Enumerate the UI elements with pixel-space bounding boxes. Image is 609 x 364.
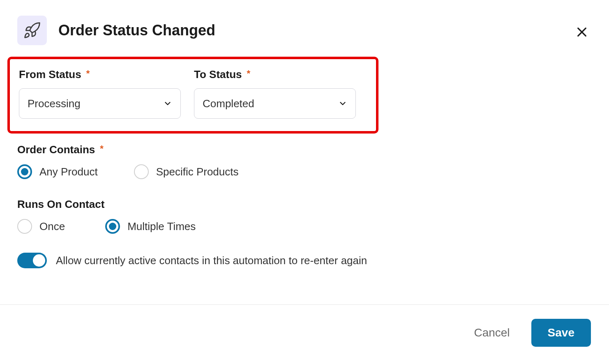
radio-specific-products-label: Specific Products <box>156 166 239 178</box>
status-highlight-box: From Status * Processing To Status * Com… <box>7 57 378 134</box>
order-contains-label-text: Order Contains <box>17 143 95 156</box>
close-icon <box>575 25 588 39</box>
required-indicator: * <box>86 68 90 79</box>
to-status-value: Completed <box>203 97 254 110</box>
runs-on-contact-label-text: Runs On Contact <box>17 198 104 211</box>
modal-footer: Cancel Save <box>0 304 609 364</box>
to-status-group: To Status * Completed <box>194 68 356 119</box>
radio-multiple-times[interactable]: Multiple Times <box>105 219 196 234</box>
modal-header: Order Status Changed <box>17 16 592 45</box>
runs-on-contact-section: Runs On Contact Once Multiple Times <box>17 198 592 234</box>
radio-specific-products[interactable]: Specific Products <box>134 164 239 179</box>
from-status-label-text: From Status <box>19 68 81 81</box>
radio-once[interactable]: Once <box>17 219 65 234</box>
cancel-button[interactable]: Cancel <box>474 326 510 339</box>
from-status-label: From Status * <box>19 68 181 81</box>
order-contains-radio-row: Any Product Specific Products <box>17 164 592 179</box>
radio-indicator <box>17 164 32 179</box>
radio-any-product-label: Any Product <box>39 166 98 178</box>
to-status-label: To Status * <box>194 68 356 81</box>
reenter-toggle-row: Allow currently active contacts in this … <box>17 253 592 268</box>
required-indicator: * <box>100 143 104 154</box>
runs-on-contact-radio-row: Once Multiple Times <box>17 219 592 234</box>
runs-on-contact-label: Runs On Contact <box>17 198 592 211</box>
reenter-toggle[interactable] <box>17 253 47 268</box>
save-button[interactable]: Save <box>531 319 591 347</box>
order-contains-label: Order Contains * <box>17 143 592 156</box>
radio-indicator <box>105 219 120 234</box>
from-status-value: Processing <box>28 97 81 110</box>
radio-indicator <box>134 164 149 179</box>
modal-body: Order Status Changed From Status * Proce… <box>0 0 609 304</box>
radio-once-label: Once <box>39 220 65 233</box>
required-indicator: * <box>247 68 251 79</box>
chevron-down-icon <box>163 99 172 108</box>
radio-any-product[interactable]: Any Product <box>17 164 98 179</box>
reenter-toggle-label: Allow currently active contacts in this … <box>56 254 367 267</box>
modal-title: Order Status Changed <box>58 22 215 39</box>
from-status-select[interactable]: Processing <box>19 88 181 119</box>
to-status-label-text: To Status <box>194 68 242 81</box>
modal-container: Order Status Changed From Status * Proce… <box>0 0 609 364</box>
order-contains-section: Order Contains * Any Product Specific Pr… <box>17 143 592 179</box>
radio-indicator <box>17 219 32 234</box>
radio-multiple-times-label: Multiple Times <box>127 220 196 233</box>
from-status-group: From Status * Processing <box>19 68 181 119</box>
rocket-icon <box>23 21 41 39</box>
rocket-icon-box <box>17 16 47 45</box>
chevron-down-icon <box>338 99 347 108</box>
to-status-select[interactable]: Completed <box>194 88 356 119</box>
close-button[interactable] <box>574 24 590 41</box>
